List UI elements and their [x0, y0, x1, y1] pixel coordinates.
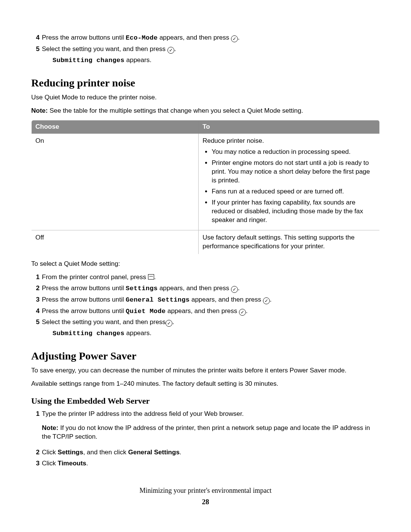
step-number: 4 — [31, 34, 40, 43]
mono-term: Submitting changes — [53, 57, 124, 64]
bold-term: Settings — [58, 449, 83, 456]
mono-term: Settings — [126, 285, 158, 292]
step-text: appears, and then press — [158, 34, 231, 41]
step-3: 3 Click Timeouts. — [31, 459, 380, 468]
heading-embedded-web-server: Using the Embedded Web Server — [31, 395, 380, 407]
step-text: appears. — [124, 329, 151, 337]
step-tail: . — [270, 296, 272, 303]
step-2: 2 Press the arrow buttons until Settings… — [31, 284, 380, 293]
step-note: Note: If you do not know the IP address … — [42, 424, 380, 441]
mono-term: General Settings — [126, 296, 190, 304]
step-text: appears, and then press — [190, 296, 263, 303]
page-number: 28 — [31, 497, 380, 507]
step-number: 1 — [31, 410, 40, 446]
check-icon: ✓ — [167, 47, 174, 54]
heading-adjusting-power-saver: Adjusting Power Saver — [31, 349, 380, 363]
step-tail: . — [238, 34, 240, 41]
step-1: 1 From the printer control panel, press … — [31, 273, 380, 282]
cell-choose: On — [32, 134, 199, 230]
list-item: If your printer has faxing capability, f… — [212, 198, 376, 225]
table-header-choose: Choose — [32, 120, 199, 134]
step-tail: . — [154, 273, 156, 281]
mono-term: Eco-Mode — [126, 34, 158, 42]
step-tail: . — [180, 449, 182, 456]
step-number: 3 — [31, 296, 40, 305]
step-text: appears, and then press — [166, 307, 239, 315]
note-text: See the table for the multiple settings … — [48, 107, 303, 114]
step-number: 1 — [31, 273, 40, 282]
list-item: You may notice a reduction in processing… — [212, 148, 376, 157]
step-3: 3 Press the arrow buttons until General … — [31, 296, 380, 305]
step-4: 4 Press the arrow buttons until Quiet Mo… — [31, 307, 380, 316]
step-tail: . — [86, 460, 88, 467]
menu-icon — [148, 274, 154, 280]
check-icon: ✓ — [263, 297, 270, 304]
step-text: Select the setting you want, and then pr… — [42, 45, 167, 53]
mono-term: Quiet Mode — [126, 308, 166, 315]
step-tail: . — [246, 307, 248, 315]
table-row: Off Use factory default settings. This s… — [32, 230, 380, 254]
step-1: 1 Type the printer IP address into the a… — [31, 410, 380, 446]
note-label: Note: — [42, 424, 58, 431]
heading-reducing-printer-noise: Reducing printer noise — [31, 76, 380, 90]
step-tail: . — [174, 45, 176, 53]
note-text: If you do not know the IP address of the… — [42, 424, 370, 440]
step-text: Select the setting you want, and then pr… — [42, 318, 166, 326]
step-number: 2 — [31, 448, 40, 457]
step-text: Click — [42, 460, 58, 467]
step-sub: Submitting changes appears. — [53, 56, 380, 65]
table-header-to: To — [199, 120, 380, 134]
bold-term: Timeouts — [58, 460, 86, 467]
intro-text: Use Quiet Mode to reduce the printer noi… — [31, 93, 380, 102]
step-text: Press the arrow buttons until — [42, 34, 126, 41]
step-tail: . — [238, 284, 240, 292]
quiet-mode-table: Choose To On Reduce printer noise. You m… — [31, 120, 380, 254]
step-4: 4 Press the arrow buttons until Eco-Mode… — [31, 34, 380, 43]
cell-choose: Off — [32, 230, 199, 254]
step-text: , and then click — [83, 449, 128, 456]
step-text: Press the arrow buttons until — [42, 307, 126, 315]
step-text: Type the printer IP address into the add… — [42, 410, 244, 417]
step-5: 5 Select the setting you want, and then … — [31, 45, 380, 65]
step-text: Press the arrow buttons until — [42, 296, 126, 303]
select-intro: To select a Quiet Mode setting: — [31, 260, 380, 268]
table-row: On Reduce printer noise. You may notice … — [32, 134, 380, 230]
list-item: Fans run at a reduced speed or are turne… — [212, 187, 376, 196]
step-number: 5 — [31, 318, 40, 338]
step-tail: . — [172, 318, 174, 326]
power-steps: 1 Type the printer IP address into the a… — [31, 410, 380, 468]
page-footer: Minimizing your printer's environmental … — [31, 486, 380, 506]
note-line: Note: See the table for the multiple set… — [31, 107, 380, 115]
mono-term: Submitting changes — [53, 330, 124, 337]
step-text: Press the arrow buttons until — [42, 284, 126, 292]
cell-to: Use factory default settings. This setti… — [199, 230, 380, 254]
step-number: 5 — [31, 45, 40, 65]
top-steps: 4 Press the arrow buttons until Eco-Mode… — [31, 34, 380, 65]
cell-intro: Reduce printer noise. — [202, 137, 376, 145]
power-p1: To save energy, you can decrease the num… — [31, 366, 380, 375]
step-text: Click — [42, 449, 58, 456]
check-icon: ✓ — [166, 320, 172, 327]
quiet-mode-steps: 1 From the printer control panel, press … — [31, 273, 380, 339]
check-icon: ✓ — [231, 286, 238, 293]
step-number: 2 — [31, 284, 40, 293]
check-icon: ✓ — [239, 309, 246, 316]
cell-to: Reduce printer noise. You may notice a r… — [199, 134, 380, 230]
step-number: 3 — [31, 459, 40, 468]
step-2: 2 Click Settings, and then click General… — [31, 448, 380, 457]
bold-term: General Settings — [128, 449, 180, 456]
step-text: From the printer control panel, press — [42, 273, 148, 281]
check-icon: ✓ — [231, 35, 238, 42]
step-sub: Submitting changes appears. — [53, 329, 380, 338]
step-5: 5 Select the setting you want, and then … — [31, 318, 380, 338]
step-text: appears. — [124, 56, 151, 64]
note-label: Note: — [31, 107, 48, 114]
footer-text: Minimizing your printer's environmental … — [31, 486, 380, 495]
power-p2: Available settings range from 1–240 minu… — [31, 380, 380, 388]
step-number: 4 — [31, 307, 40, 316]
list-item: Printer engine motors do not start until… — [212, 159, 376, 185]
step-text: appears, and then press — [158, 284, 231, 292]
cell-bullets: You may notice a reduction in processing… — [202, 148, 376, 225]
